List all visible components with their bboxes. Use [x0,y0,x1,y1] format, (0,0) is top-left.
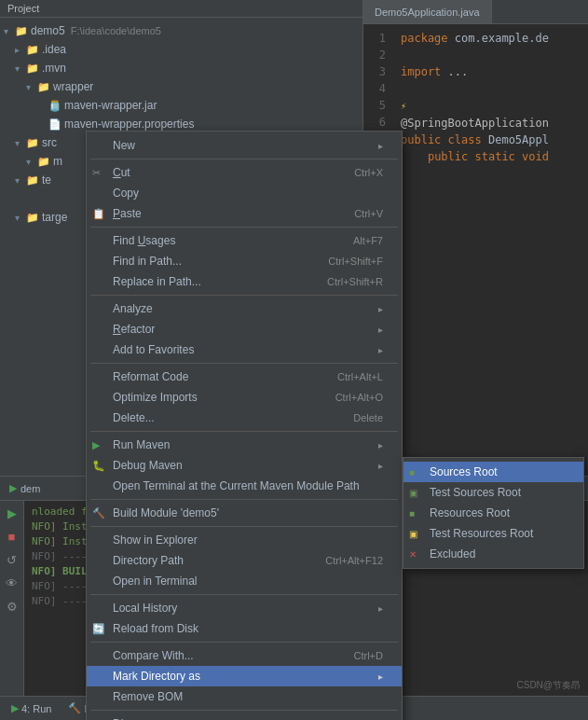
menu-label-optimize: Optimize Imports [113,391,317,404]
tree-label: .mvn [42,62,66,75]
run-toolbar: ▶ ■ ↺ 👁 ⚙ [0,501,24,720]
menu-item-paste[interactable]: 📋 Paste Ctrl+V [87,203,402,224]
menu-item-refactor[interactable]: Refactor ▸ [87,319,402,339]
tree-item-jar[interactable]: ▸ 🫙 maven-wrapper.jar [0,96,362,115]
menu-separator-5 [90,431,398,432]
expand-arrow: ▾ [15,175,24,186]
tab-label: Demo5Application.java [375,7,480,18]
settings-button[interactable]: ⚙ [5,598,20,616]
folder-icon: 📁 [26,212,39,224]
editor-tab[interactable]: Demo5Application.java [363,0,492,23]
menu-item-copy[interactable]: Copy [87,183,402,203]
submenu-item-sources-root[interactable]: ■ Sources Root [403,462,583,482]
menu-item-run-maven[interactable]: ▶ Run Maven ▸ [87,435,402,455]
menu-item-diagrams[interactable]: Diagrams ▸ [87,713,402,720]
submenu-item-test-sources-root[interactable]: ▣ Test Sources Root [403,482,583,503]
menu-item-delete[interactable]: Delete... Delete [87,408,402,428]
submenu-arrow: ▸ [378,304,383,314]
submenu-arrow: ▸ [378,141,383,151]
run-tab-label: dem [21,483,40,494]
submenu-arrow: ▸ [378,440,383,450]
eye-button[interactable]: 👁 [4,575,20,592]
menu-label-remove-bom: Remove BOM [113,690,383,703]
build-icon: 🔨 [92,507,105,519]
folder-icon: 📁 [15,25,28,37]
submenu-item-test-resources-root[interactable]: ▣ Test Resources Root [403,523,583,544]
menu-item-build-module[interactable]: 🔨 Build Module 'demo5' [87,503,402,523]
sources-root-icon: ■ [409,467,415,478]
submenu-label-test-resources-root: Test Resources Root [430,527,533,540]
bottom-tab-run[interactable]: ▶ 4: Run [4,700,59,716]
menu-item-replace-in-path[interactable]: Replace in Path... Ctrl+Shift+R [87,271,402,292]
menu-item-debug-maven[interactable]: 🐛 Debug Maven ▸ [87,455,402,476]
menu-label-cut: Cut [113,166,335,179]
menu-item-reload-disk[interactable]: 🔄 Reload from Disk [87,618,402,639]
tree-item-demo5[interactable]: ▾ 📁 demo5 F:\idea\code\demo5 [0,21,362,40]
menu-item-local-history[interactable]: Local History ▸ [87,598,402,618]
submenu-item-excluded[interactable]: ✕ Excluded [403,544,583,564]
run-tab[interactable]: ▶ dem [0,478,49,498]
menu-item-remove-bom[interactable]: Remove BOM [87,686,402,707]
menu-item-cut[interactable]: ✂ Cut Ctrl+X [87,162,402,183]
run-maven-icon: ▶ [92,439,100,451]
menu-item-find-usages[interactable]: Find Usages Alt+F7 [87,230,402,251]
tree-label: demo5 [31,24,65,37]
tree-item-idea[interactable]: ▸ 📁 .idea [0,40,362,59]
submenu-label-test-sources-root: Test Sources Root [430,486,521,499]
menu-item-compare-with[interactable]: Compare With... Ctrl+D [87,645,402,666]
menu-item-analyze[interactable]: Analyze ▸ [87,298,402,319]
menu-separator-2 [90,227,398,228]
code-line-7: public class Demo5Appl [401,132,581,148]
menu-label-local-history: Local History [113,602,373,615]
src-icon: 📁 [26,137,39,149]
menu-separator-7 [90,526,398,527]
menu-item-new[interactable]: New ▸ [87,135,402,156]
run-tab-icon: ▶ [11,702,19,714]
menu-separator-4 [90,363,398,364]
menu-item-add-favorites[interactable]: Add to Favorites ▸ [87,339,402,360]
tree-label: m [53,155,62,168]
submenu-arrow: ▸ [378,461,383,471]
tree-label: maven-wrapper.properties [64,118,194,131]
menu-item-reformat[interactable]: Reformat Code Ctrl+Alt+L [87,367,402,387]
menu-item-directory-path[interactable]: Directory Path Ctrl+Alt+F12 [87,550,402,571]
folder-icon: 📁 [37,156,50,168]
menu-item-open-terminal[interactable]: Open Terminal at the Current Maven Modul… [87,476,402,496]
expand-arrow: ▾ [26,82,35,92]
shortcut-reformat: Ctrl+Alt+L [337,371,383,382]
menu-item-optimize[interactable]: Optimize Imports Ctrl+Alt+O [87,387,402,408]
menu-label-build-module: Build Module 'demo5' [113,506,383,519]
ide-window: Project ▾ 📁 demo5 F:\idea\code\demo5 ▸ 📁… [0,0,588,720]
tree-item-mvn[interactable]: ▾ 📁 .mvn [0,59,362,77]
folder-icon: 📁 [26,44,39,56]
shortcut-delete: Delete [353,412,383,423]
menu-separator-10 [90,710,398,711]
rerun-button[interactable]: ↺ [5,551,19,569]
expand-arrow: ▾ [26,157,35,167]
menu-item-open-in-terminal[interactable]: Open in Terminal [87,571,402,591]
submenu-item-resources-root[interactable]: ■ Resources Root [403,503,583,523]
menu-item-show-explorer[interactable]: Show in Explorer [87,530,402,550]
submenu-arrow: ▸ [378,345,383,355]
menu-label-reformat: Reformat Code [113,370,319,383]
menu-label-directory-path: Directory Path [113,554,307,567]
submenu-label-sources-root: Sources Root [430,465,498,478]
menu-label-run-maven: Run Maven [113,438,373,451]
tree-item-wrapper[interactable]: ▾ 📁 wrapper [0,77,362,96]
run-button[interactable]: ▶ [6,505,19,522]
panel-title-text: Project [7,3,39,14]
folder-icon: 📁 [26,62,39,75]
menu-label-show-explorer: Show in Explorer [113,533,383,547]
cut-icon: ✂ [92,167,101,179]
code-content[interactable]: package com.example.de import ... ⚡ @Spr… [393,24,588,476]
shortcut-optimize: Ctrl+Alt+O [335,392,383,403]
tree-label: maven-wrapper.jar [64,99,157,112]
shortcut-directory-path: Ctrl+Alt+F12 [325,555,383,566]
menu-item-mark-directory[interactable]: Mark Directory as ▸ [87,666,402,686]
debug-maven-icon: 🐛 [92,460,105,472]
menu-item-find-in-path[interactable]: Find in Path... Ctrl+Shift+F [87,251,402,271]
expand-arrow: ▾ [15,138,24,148]
stop-button[interactable]: ■ [7,528,18,546]
build-tab-icon: 🔨 [68,702,81,714]
paste-icon: 📋 [92,208,105,220]
